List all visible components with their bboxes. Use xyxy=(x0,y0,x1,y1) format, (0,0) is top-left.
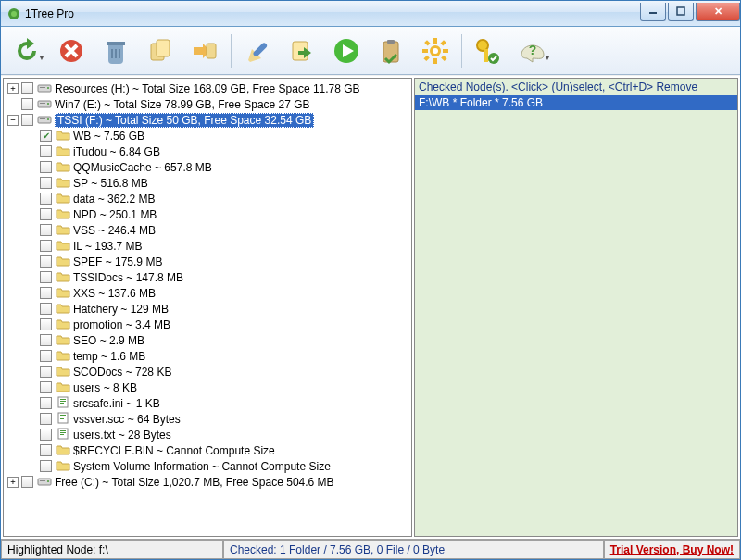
tree-pane[interactable]: +Resources (H:) ~ Total Size 168.09 GB, … xyxy=(3,78,412,537)
copy-button[interactable] xyxy=(140,31,181,71)
checkbox[interactable] xyxy=(21,114,33,126)
checkbox[interactable] xyxy=(40,318,52,330)
checkbox[interactable] xyxy=(40,366,52,378)
checkbox[interactable] xyxy=(40,413,52,425)
checkbox[interactable] xyxy=(40,208,52,220)
checkbox[interactable] xyxy=(21,82,33,94)
folder-icon xyxy=(56,349,73,364)
tree-row[interactable]: QQMusicCache ~ 657.8 MB xyxy=(4,159,411,175)
tree-row[interactable]: SPEF ~ 175.9 MB xyxy=(4,254,411,269)
checkbox[interactable] xyxy=(40,255,52,268)
svg-rect-22 xyxy=(423,55,429,60)
svg-rect-8 xyxy=(207,44,216,58)
tree-row[interactable]: Hatchery ~ 129 MB xyxy=(4,301,411,317)
delete-icon xyxy=(57,36,86,66)
checkbox[interactable] xyxy=(40,271,52,283)
tree-row[interactable]: +Resources (H:) ~ Total Size 168.09 GB, … xyxy=(4,81,411,96)
edit-button[interactable] xyxy=(237,31,278,71)
run-button[interactable] xyxy=(326,31,367,71)
tree-row[interactable]: users ~ 8 KB xyxy=(4,380,411,395)
tree-row[interactable]: +Free (C:) ~ Total Size 1,020.7 MB, Free… xyxy=(4,474,411,490)
checkbox[interactable]: ✔ xyxy=(40,130,52,142)
tree-row[interactable]: SCODocs ~ 728 KB xyxy=(4,364,411,380)
delete-button[interactable] xyxy=(51,31,92,71)
tree-row[interactable]: vssver.scc ~ 64 Bytes xyxy=(4,411,411,427)
tree-row[interactable]: XXS ~ 137.6 MB xyxy=(4,285,411,301)
folder-icon xyxy=(56,144,73,159)
tree-row[interactable]: SP ~ 516.8 MB xyxy=(4,175,411,191)
checkbox[interactable] xyxy=(40,397,52,409)
folder-icon xyxy=(56,129,73,143)
tree-row[interactable]: iTudou ~ 6.84 GB xyxy=(4,143,411,159)
checkbox[interactable] xyxy=(40,350,52,362)
refresh-button[interactable]: ▼ xyxy=(6,31,47,71)
move-button[interactable] xyxy=(184,31,225,71)
minimize-button[interactable] xyxy=(640,3,666,21)
toolbar-separator xyxy=(231,34,232,68)
checkbox[interactable] xyxy=(40,193,52,205)
folder-icon xyxy=(56,255,73,269)
checked-pane[interactable]: Checked Node(s). <Click> (Un)select, <Ct… xyxy=(414,78,738,537)
tree-row[interactable]: Win7 (E:) ~ Total Size 78.99 GB, Free Sp… xyxy=(4,96,411,112)
tree-row[interactable]: users.txt ~ 28 Bytes xyxy=(4,427,411,442)
svg-rect-32 xyxy=(38,101,51,107)
drive-icon xyxy=(37,97,55,112)
tree-row[interactable]: data ~ 362.2 MB xyxy=(4,191,411,206)
clipboard-button[interactable] xyxy=(370,31,411,71)
tree-row[interactable]: NPD ~ 250.1 MB xyxy=(4,206,411,222)
app-icon xyxy=(6,6,21,21)
checkbox[interactable] xyxy=(40,381,52,393)
svg-rect-15 xyxy=(433,38,437,44)
checkbox[interactable] xyxy=(40,287,52,299)
checkbox[interactable] xyxy=(21,476,33,488)
titlebar[interactable]: 1Tree Pro ✕ xyxy=(1,1,740,27)
license-button[interactable] xyxy=(468,31,509,71)
export-button[interactable] xyxy=(282,31,322,71)
tree-row[interactable]: srcsafe.ini ~ 1 KB xyxy=(4,395,411,411)
tree-row[interactable]: VSS ~ 246.4 MB xyxy=(4,222,411,238)
tree-row[interactable]: promotion ~ 3.4 MB xyxy=(4,317,411,332)
expand-icon[interactable]: + xyxy=(7,83,19,94)
folder-icon xyxy=(56,192,73,206)
maximize-button[interactable] xyxy=(668,3,694,21)
tree-row[interactable]: TSSIDocs ~ 147.8 MB xyxy=(4,269,411,285)
svg-rect-3 xyxy=(677,7,684,15)
svg-rect-19 xyxy=(424,40,430,45)
checked-item[interactable]: F:\WB * Folder * 7.56 GB xyxy=(415,95,737,110)
checkbox[interactable] xyxy=(40,303,52,315)
tree-row[interactable]: SEO ~ 2.9 MB xyxy=(4,332,411,348)
tree-row[interactable]: ✔WB ~ 7.56 GB xyxy=(4,128,411,143)
svg-point-52 xyxy=(47,480,49,482)
tree-row[interactable]: temp ~ 1.6 MB xyxy=(4,348,411,364)
checkbox[interactable] xyxy=(21,98,33,110)
tree-row[interactable]: IL ~ 193.7 MB xyxy=(4,238,411,254)
collapse-icon[interactable]: − xyxy=(7,115,19,126)
checkbox[interactable] xyxy=(40,145,52,157)
tree-row[interactable]: System Volume Information ~ Cannot Compu… xyxy=(4,458,411,474)
tree-label: users.txt ~ 28 Bytes xyxy=(73,429,171,442)
checkbox[interactable] xyxy=(40,444,52,456)
tree-row[interactable]: −TSSI (F:) ~ Total Size 50 GB, Free Spac… xyxy=(4,112,411,128)
file-icon xyxy=(56,412,73,427)
settings-button[interactable] xyxy=(415,31,456,71)
checkbox[interactable] xyxy=(40,177,52,189)
folder-icon xyxy=(56,239,73,254)
svg-rect-50 xyxy=(38,479,51,485)
checkbox[interactable] xyxy=(40,240,52,252)
svg-rect-51 xyxy=(40,480,45,481)
tree-label: WB ~ 7.56 GB xyxy=(73,130,144,143)
recycle-button[interactable] xyxy=(95,31,136,71)
checkbox[interactable] xyxy=(40,161,52,173)
checkbox[interactable] xyxy=(40,224,52,236)
help-button[interactable]: ?▼ xyxy=(512,31,553,71)
checkbox[interactable] xyxy=(40,460,52,472)
checkbox[interactable] xyxy=(40,334,52,346)
svg-rect-21 xyxy=(440,40,446,45)
folder-icon xyxy=(56,160,73,175)
tree-row[interactable]: $RECYCLE.BIN ~ Cannot Compute Size xyxy=(4,442,411,458)
close-button[interactable]: ✕ xyxy=(696,3,740,21)
tree-label: Win7 (E:) ~ Total Size 78.99 GB, Free Sp… xyxy=(55,98,310,111)
trial-buy-link[interactable]: Trial Version, Buy Now! xyxy=(604,540,740,559)
checkbox[interactable] xyxy=(40,429,52,441)
expand-icon[interactable]: + xyxy=(7,477,19,488)
